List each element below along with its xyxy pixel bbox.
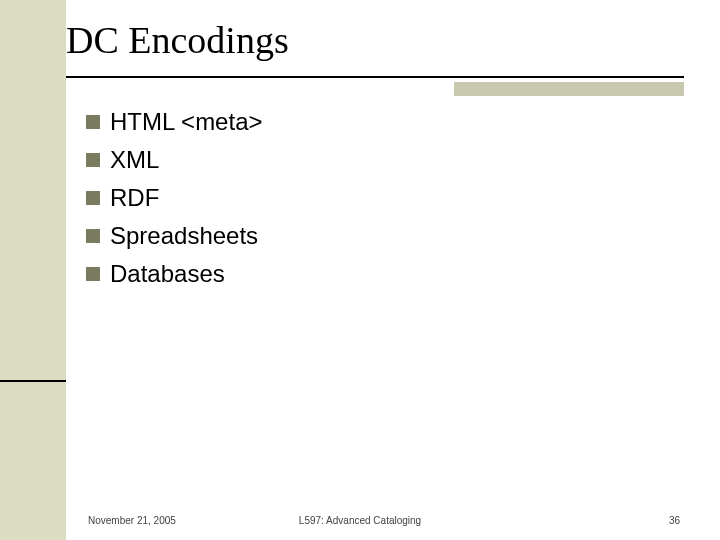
list-item-text: RDF — [110, 184, 159, 212]
left-band-divider — [0, 380, 66, 382]
list-item-text: Spreadsheets — [110, 222, 258, 250]
left-decorative-band — [0, 0, 66, 540]
list-item-text: Databases — [110, 260, 225, 288]
title-underline — [66, 76, 684, 78]
footer-course: L597: Advanced Cataloging — [299, 515, 421, 526]
square-bullet-icon — [86, 153, 100, 167]
square-bullet-icon — [86, 115, 100, 129]
list-item-text: XML — [110, 146, 159, 174]
list-item: Spreadsheets — [86, 222, 263, 250]
list-item: XML — [86, 146, 263, 174]
footer-date: November 21, 2005 — [88, 515, 176, 526]
slide-title: DC Encodings — [66, 18, 289, 62]
square-bullet-icon — [86, 229, 100, 243]
square-bullet-icon — [86, 267, 100, 281]
list-item: Databases — [86, 260, 263, 288]
list-item: RDF — [86, 184, 263, 212]
footer-page-number: 36 — [669, 515, 680, 526]
title-shadow-bar — [454, 82, 684, 96]
list-item: HTML <meta> — [86, 108, 263, 136]
bullet-list: HTML <meta> XML RDF Spreadsheets Databas… — [86, 108, 263, 298]
square-bullet-icon — [86, 191, 100, 205]
list-item-text: HTML <meta> — [110, 108, 263, 136]
